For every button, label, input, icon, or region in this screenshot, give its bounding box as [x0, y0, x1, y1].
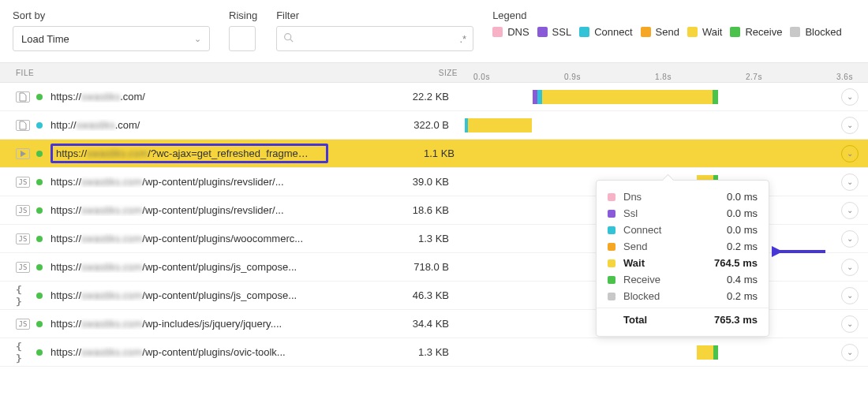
filter-control: Filter .* — [276, 9, 473, 51]
request-size: 1.1 KB — [328, 147, 470, 159]
request-url: https://swastiks.com/wp-content/plugins/… — [51, 346, 323, 358]
table-row[interactable]: http://swastiks.com/322.0 B⌄ — [0, 111, 868, 140]
swatch-send-icon — [608, 243, 615, 251]
segment-wait — [468, 118, 533, 132]
expand-button[interactable]: ⌄ — [841, 202, 859, 219]
header-file: FILE — [16, 69, 331, 77]
timing-tooltip: Dns0.0 ms Ssl0.0 ms Connect0.0 ms Send0.… — [596, 180, 769, 337]
request-size: 322.0 B — [323, 119, 465, 131]
legend-swatch-receive — [730, 27, 740, 37]
swatch-receive-icon — [608, 276, 615, 284]
expand-button[interactable]: ⌄ — [841, 315, 859, 333]
expand-button[interactable]: ⌄ — [841, 287, 859, 304]
request-url: https://swastiks.com/wp-content/plugins/… — [51, 204, 323, 216]
segment-wait — [470, 147, 806, 161]
js-icon: JS — [16, 262, 30, 273]
chevron-down-icon: ⌄ — [847, 149, 853, 158]
status-dot — [36, 151, 43, 157]
top-controls: Sort by Load Time ⌄ Rising Filter .* Leg… — [0, 0, 868, 62]
legend-text-ssl: SSL — [552, 26, 572, 38]
curly-icon: { } — [16, 347, 30, 358]
request-url: https://swastiks.com/wp-content/plugins/… — [51, 261, 323, 273]
swatch-connect-icon — [608, 226, 615, 234]
legend-text-dns: DNS — [507, 26, 529, 38]
request-url: https://swastiks.com/?wc-ajax=get_refres… — [51, 144, 328, 163]
js-icon: JS — [16, 233, 30, 244]
segment-wait — [542, 90, 713, 104]
tooltip-row-total: Total765.3 ms — [597, 308, 769, 328]
play-icon — [16, 148, 30, 159]
timing-bar — [470, 147, 806, 161]
sort-select[interactable]: Load Time ⌄ — [13, 26, 210, 51]
expand-button[interactable]: ⌄ — [841, 88, 859, 106]
expand-button[interactable]: ⌄ — [841, 259, 859, 276]
segment-receive — [713, 345, 718, 360]
sort-value: Load Time — [21, 33, 69, 45]
chevron-down-icon: ⌄ — [847, 92, 853, 101]
legend: Legend DNS SSL Connect Send Wait Receive… — [492, 9, 845, 38]
legend-swatch-dns — [492, 27, 503, 37]
request-size: 46.3 KB — [323, 289, 465, 301]
tooltip-row-ssl: Ssl0.0 ms — [597, 205, 769, 222]
expand-button[interactable]: ⌄ — [841, 145, 859, 162]
request-size: 34.4 KB — [323, 318, 465, 330]
chevron-down-icon: ⌄ — [847, 206, 853, 214]
legend-label: Legend — [492, 9, 845, 21]
segment-receive — [713, 90, 718, 104]
chevron-down-icon: ⌄ — [194, 34, 201, 44]
expand-button[interactable]: ⌄ — [841, 344, 859, 361]
chevron-down-icon: ⌄ — [847, 263, 853, 271]
chevron-down-icon: ⌄ — [847, 177, 853, 186]
legend-text-receive: Receive — [745, 26, 782, 38]
expand-button[interactable]: ⌄ — [841, 173, 859, 191]
regex-icon[interactable]: .* — [459, 33, 466, 45]
filter-label: Filter — [276, 9, 473, 21]
filter-input-wrap[interactable]: .* — [276, 26, 473, 51]
swatch-wait-icon — [608, 259, 615, 267]
request-size: 718.0 B — [323, 261, 465, 273]
status-dot — [36, 264, 43, 270]
swatch-ssl-icon — [608, 210, 615, 218]
status-dot — [36, 349, 43, 356]
chevron-down-icon: ⌄ — [847, 291, 853, 300]
timing-bar — [697, 345, 719, 360]
request-size: 1.3 KB — [323, 346, 465, 358]
expand-button[interactable]: ⌄ — [841, 117, 859, 134]
expand-button[interactable]: ⌄ — [841, 230, 859, 248]
table-row[interactable]: { }https://swastiks.com/wp-content/plugi… — [0, 338, 868, 367]
request-url: https://swastiks.com/wp-includes/js/jque… — [51, 318, 323, 330]
sort-control: Sort by Load Time ⌄ — [13, 9, 210, 51]
legend-swatch-connect — [579, 27, 589, 37]
swatch-dns-icon — [608, 193, 615, 201]
table-header: FILE SIZE 0.0s0.9s1.8s2.7s3.6s — [0, 62, 868, 83]
chevron-down-icon: ⌄ — [847, 121, 853, 129]
search-icon — [283, 32, 294, 45]
sort-label: Sort by — [13, 9, 210, 21]
svg-line-1 — [290, 39, 293, 42]
header-size: SIZE — [331, 69, 473, 77]
tooltip-row-wait: Wait764.5 ms — [597, 255, 769, 271]
status-dot — [36, 293, 43, 299]
legend-text-send: Send — [656, 26, 679, 38]
tooltip-row-blocked: Blocked0.2 ms — [597, 288, 769, 304]
js-icon: JS — [16, 205, 30, 216]
tooltip-row-receive: Receive0.4 ms — [597, 271, 769, 288]
status-dot — [36, 207, 43, 214]
doc-icon — [16, 91, 30, 103]
status-dot — [36, 321, 43, 327]
legend-swatch-ssl — [537, 27, 548, 37]
table-row[interactable]: https://swastiks.com/22.2 KB⌄ — [0, 83, 868, 111]
timing-bar — [533, 90, 718, 104]
request-url: https://swastiks.com/ — [51, 91, 323, 103]
timing-bar-area — [465, 83, 835, 110]
request-size: 1.3 KB — [323, 233, 465, 244]
svg-point-0 — [285, 34, 291, 40]
rising-control: Rising — [229, 9, 257, 51]
timing-bar — [465, 118, 532, 132]
filter-input[interactable] — [298, 33, 459, 45]
doc-icon — [16, 120, 30, 131]
table-row[interactable]: https://swastiks.com/?wc-ajax=get_refres… — [0, 140, 868, 168]
chevron-down-icon: ⌄ — [847, 319, 853, 328]
request-url: https://swastiks.com/wp-content/plugins/… — [51, 176, 323, 188]
rising-toggle[interactable] — [229, 26, 256, 51]
